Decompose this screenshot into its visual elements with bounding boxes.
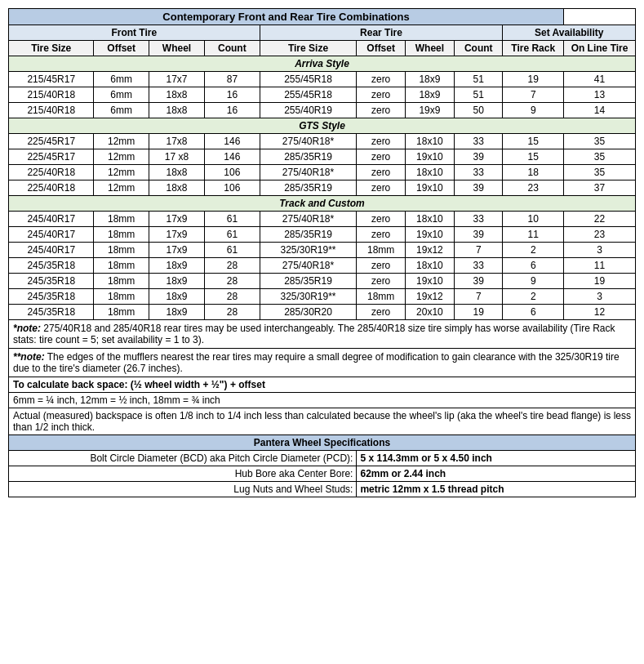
cell: 6 [503,305,564,320]
cell: zero [357,134,405,149]
cell: 23 [503,180,564,196]
cell: 19x10 [405,180,454,196]
cell: 18mm [94,258,149,274]
cell: 11 [564,258,636,274]
note1-body: 275/40R18 and 285/40R18 rear tires may b… [13,323,615,345]
cell: 225/40R18 [9,165,94,180]
cell: 18x9 [405,72,454,87]
cell: 19 [564,274,636,289]
table-row: 225/45R17 12mm 17 x8 146 285/35R19 zero … [9,149,636,165]
table-row: 245/35R18 18mm 18x9 28 275/40R18* zero 1… [9,258,636,274]
cell: 13 [564,87,636,103]
specs-bcd-value: 5 x 114.3mm or 5 x 4.50 inch [357,451,636,466]
cell: 6 [503,258,564,274]
cell: 106 [205,165,260,180]
cell: 12mm [94,165,149,180]
cell: 61 [205,227,260,243]
arriva-section-header: Arriva Style [9,56,636,72]
cell: 61 [205,212,260,227]
cell: 18x9 [149,258,204,274]
formula-row: To calculate back space: (½ wheel width … [9,377,636,393]
set-availability-header: Set Availability [503,25,636,41]
cell: 19x12 [405,289,454,305]
gts-section-header: GTS Style [9,118,636,134]
main-table: Contemporary Front and Rear Tire Combina… [8,8,636,497]
cell: 18mm [94,227,149,243]
table-row: 245/35R18 18mm 18x9 28 325/30R19** 18mm … [9,289,636,305]
col-online-tire: On Line Tire [564,41,636,56]
cell: 225/45R17 [9,134,94,149]
cell: 16 [205,87,260,103]
cell: 6mm [94,103,149,118]
cell: 51 [455,87,503,103]
cell: 20x10 [405,305,454,320]
specs-header-row: Pantera Wheel Specifications [9,435,636,451]
conversions-text: 6mm = ¼ inch, 12mm = ½ inch, 18mm = ¾ in… [9,393,636,408]
cell: 28 [205,258,260,274]
cell: 51 [455,72,503,87]
cell: 33 [455,134,503,149]
cell: 6mm [94,87,149,103]
cell: 245/40R17 [9,227,94,243]
specs-hub-label: Hub Bore aka Center Bore: [9,466,357,482]
table-row: 245/35R18 18mm 18x9 28 285/35R19 zero 19… [9,274,636,289]
cell: 28 [205,289,260,305]
cell: 12mm [94,180,149,196]
specs-title: Pantera Wheel Specifications [9,435,636,451]
cell: 19x10 [405,274,454,289]
specs-bcd-label: Bolt Circle Diameter (BCD) aka Pitch Cir… [9,451,357,466]
cell: 17 x8 [149,149,204,165]
cell: 255/40R19 [260,103,357,118]
main-title: Contemporary Front and Rear Tire Combina… [9,9,564,25]
cell: 28 [205,305,260,320]
specs-row-lug: Lug Nuts and Wheel Studs: metric 12mm x … [9,482,636,497]
cell: 18x9 [405,87,454,103]
cell: 10 [503,212,564,227]
cell: 19 [503,72,564,87]
cell: 39 [455,149,503,165]
cell: 33 [455,212,503,227]
cell: 18mm [94,212,149,227]
table-row: 225/45R17 12mm 17x8 146 275/40R18* zero … [9,134,636,149]
cell: 18x10 [405,212,454,227]
cell: 12mm [94,134,149,149]
cell: 7 [455,243,503,258]
note1-row: *note: 275/40R18 and 285/40R18 rear tire… [9,320,636,349]
specs-row-bcd: Bolt Circle Diameter (BCD) aka Pitch Cir… [9,451,636,466]
table-row: 215/45R17 6mm 17x7 87 255/45R18 zero 18x… [9,72,636,87]
cell: 16 [205,103,260,118]
cell: 12 [564,305,636,320]
cell: 18mm [357,243,405,258]
col-rear-count: Count [455,41,503,56]
formula-text: To calculate back space: (½ wheel width … [9,377,636,393]
cell: 19 [455,305,503,320]
note2-text: **note: The edges of the mufflers neares… [9,349,636,377]
cell: 37 [564,180,636,196]
cell: zero [357,258,405,274]
cell: 285/30R20 [260,305,357,320]
cell: 19x12 [405,243,454,258]
cell: 61 [205,243,260,258]
cell: 14 [564,103,636,118]
col-front-offset: Offset [94,41,149,56]
cell: zero [357,165,405,180]
cell: 18mm [357,289,405,305]
cell: 18x8 [149,165,204,180]
cell: 245/40R17 [9,243,94,258]
cell: 9 [503,103,564,118]
cell: 18x10 [405,258,454,274]
cell: 215/40R18 [9,87,94,103]
actual-note-text: Actual (measured) backspace is often 1/8… [9,408,636,435]
cell: 17x9 [149,212,204,227]
cell: 285/35R19 [260,180,357,196]
table-row: 245/40R17 18mm 17x9 61 275/40R18* zero 1… [9,212,636,227]
cell: 146 [205,149,260,165]
cell: 245/35R18 [9,305,94,320]
gts-label: GTS Style [9,118,636,134]
note2-row: **note: The edges of the mufflers neares… [9,349,636,377]
arriva-label: Arriva Style [9,56,636,72]
table-row: 225/40R18 12mm 18x8 106 285/35R19 zero 1… [9,180,636,196]
cell: 33 [455,258,503,274]
cell: 19x9 [405,103,454,118]
table-row: 225/40R18 12mm 18x8 106 275/40R18* zero … [9,165,636,180]
